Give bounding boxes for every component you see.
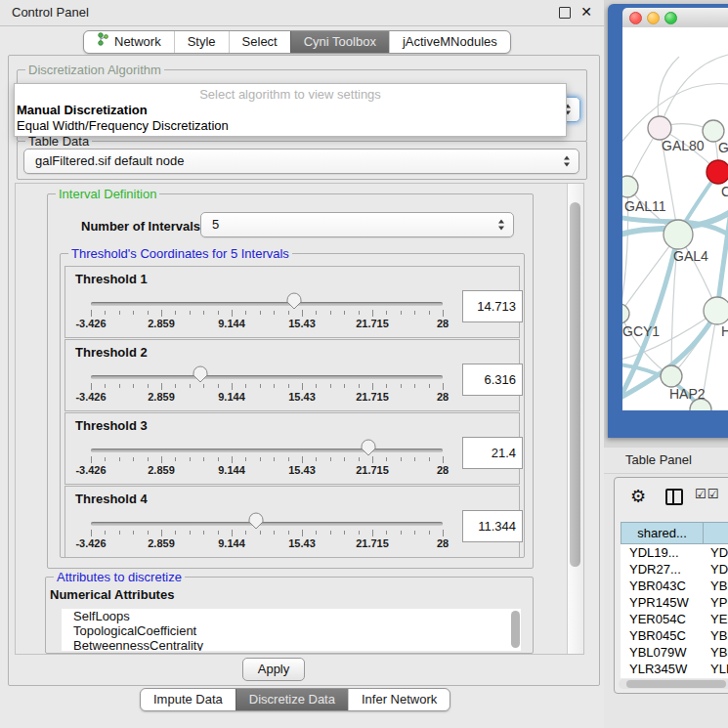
tab-select[interactable]: Select xyxy=(229,31,290,53)
tab-infer-network[interactable]: Infer Network xyxy=(348,689,450,710)
table-hscrollbar-thumb[interactable] xyxy=(626,680,726,688)
tick-label: 2.859 xyxy=(148,537,175,549)
attribute-item-selfloops[interactable]: SelfLoops xyxy=(62,609,521,623)
threshold-value-field[interactable]: 11.344 xyxy=(462,510,523,542)
algorithm-option-manual-discretization[interactable]: Manual Discretization xyxy=(15,103,566,118)
gear-icon[interactable]: ⚙ xyxy=(630,486,646,507)
close-traffic-light[interactable] xyxy=(629,12,642,24)
tick-mark xyxy=(330,384,331,388)
float-window-icon[interactable] xyxy=(559,7,571,19)
minimize-traffic-light[interactable] xyxy=(647,12,660,24)
close-icon[interactable]: ✕ xyxy=(580,4,592,20)
tick-mark xyxy=(274,384,275,388)
network-node-node-h[interactable] xyxy=(704,297,728,324)
column-header-shared[interactable]: shared... xyxy=(621,522,703,544)
node-label-node-h: H xyxy=(721,323,728,339)
zoom-traffic-light[interactable] xyxy=(664,12,677,24)
tick-mark xyxy=(359,531,360,535)
tick-mark xyxy=(190,311,191,315)
tab-label: Discretize Data xyxy=(249,689,335,710)
tab-cyni-toolbox[interactable]: Cyni Toolbox xyxy=(290,31,389,53)
scrollbar-thumb[interactable] xyxy=(570,202,580,567)
network-canvas[interactable]: GAL80GACGAL11GAL4GCY1HHAP2 xyxy=(622,27,728,410)
tick-mark xyxy=(401,384,402,388)
node-label-gal80: GAL80 xyxy=(662,138,705,153)
network-node-node-ga[interactable] xyxy=(703,120,724,142)
tick-mark xyxy=(302,530,303,536)
tick-mark xyxy=(414,531,415,535)
tick-mark xyxy=(148,311,149,315)
algorithm-option-equal-width-frequency-discretization[interactable]: Equal Width/Frequency Discretization xyxy=(15,118,566,134)
numerical-attributes-list[interactable]: SelfLoopsTopologicalCoefficientBetweenne… xyxy=(62,609,521,651)
tick-mark xyxy=(386,531,387,535)
network-node-gal11[interactable] xyxy=(622,176,638,197)
table-hscrollbar[interactable] xyxy=(619,679,728,689)
settings-scrollbar[interactable] xyxy=(567,184,583,654)
tab-jactivemnodules[interactable]: jActiveMNodules xyxy=(389,31,510,53)
split-columns-icon[interactable] xyxy=(665,489,683,505)
slider-handle[interactable] xyxy=(286,292,302,310)
tab-discretize-data[interactable]: Discretize Data xyxy=(236,689,348,710)
tick-label: 9.144 xyxy=(218,537,245,549)
threshold-value-field[interactable]: 6.316 xyxy=(462,364,523,396)
table-row[interactable]: YDL19...YDL1 xyxy=(621,544,728,561)
column-header-n[interactable]: n... xyxy=(703,522,728,544)
stepper-icon xyxy=(564,155,571,168)
table-data-combobox[interactable]: galFiltered.sif default node xyxy=(23,149,579,174)
network-node-node-red[interactable] xyxy=(707,160,728,184)
control-panel-titlebar: Control Panel ✕ xyxy=(0,0,604,26)
tab-impute-data[interactable]: Impute Data xyxy=(141,689,236,710)
table-row[interactable]: YBL079WYBL0 xyxy=(621,644,728,661)
tick-mark xyxy=(190,384,191,388)
discretization-algorithm-title: Discretization Algorithm xyxy=(25,63,164,77)
table-row[interactable]: YBR043CYBR0 xyxy=(621,578,728,594)
table-cell: YBL079W xyxy=(621,644,702,661)
table-row[interactable]: YPR145WYPR1 xyxy=(621,594,728,611)
tick-mark xyxy=(260,531,261,535)
network-node-gal4[interactable] xyxy=(664,220,693,249)
tick-mark xyxy=(245,457,246,461)
slider-handle[interactable] xyxy=(193,365,208,383)
panel-title: Control Panel xyxy=(12,5,89,20)
tick-label: 28 xyxy=(437,537,449,549)
table-panel-window: ⚙ ☑☑ shared...n...YDL19...YDL1YDR27...YD… xyxy=(614,477,728,694)
table-row[interactable]: YDR27...YDR2 xyxy=(621,561,728,578)
attribute-item-betweennesscentrality[interactable]: BetweennessCentrality xyxy=(62,638,521,651)
table-row[interactable]: YLR345WYLR3 xyxy=(621,661,728,677)
slider-handle[interactable] xyxy=(248,512,264,530)
tab-style[interactable]: Style xyxy=(174,31,229,53)
tick-mark xyxy=(344,384,345,388)
interval-definition-title: Interval Definition xyxy=(56,187,159,201)
table-row[interactable]: YBR045CYBR0 xyxy=(621,627,728,644)
apply-button[interactable]: Apply xyxy=(242,658,305,681)
tick-mark xyxy=(372,530,373,536)
tick-mark xyxy=(443,530,444,536)
tick-mark xyxy=(148,531,149,535)
network-edge[interactable] xyxy=(660,55,728,128)
tab-network[interactable]: Network xyxy=(84,31,174,53)
tick-label: 9.144 xyxy=(218,391,245,403)
table-header-row: shared...n... xyxy=(621,522,728,544)
attribute-item-topologicalcoefficient[interactable]: TopologicalCoefficient xyxy=(62,623,521,638)
threshold-value-field[interactable]: 21.4 xyxy=(462,437,523,469)
select-columns-icons[interactable]: ☑☑ xyxy=(695,487,719,501)
network-node-hap2[interactable] xyxy=(661,365,682,387)
list-scrollbar-thumb[interactable] xyxy=(511,611,520,648)
number-of-intervals-combobox[interactable]: 5 xyxy=(200,212,514,237)
slider-handle[interactable] xyxy=(361,439,376,456)
tab-label: Select xyxy=(242,31,278,53)
tick-mark xyxy=(119,457,120,461)
threshold-value-field[interactable]: 14.713 xyxy=(462,290,523,322)
table-row[interactable]: YER054CYER0 xyxy=(621,611,728,627)
tick-mark xyxy=(443,310,444,317)
network-node-gcy1[interactable] xyxy=(622,304,629,323)
tick-mark xyxy=(148,384,149,388)
table-data-value: galFiltered.sif default node xyxy=(35,153,184,168)
network-edge[interactable] xyxy=(717,190,728,311)
network-node-gal80[interactable] xyxy=(648,116,671,140)
table-row[interactable]: YIL052CYIL0 xyxy=(621,677,728,678)
tick-mark xyxy=(91,383,92,390)
node-table[interactable]: shared...n...YDL19...YDL1YDR27...YDR2YBR… xyxy=(621,522,728,678)
tick-mark xyxy=(302,310,303,317)
tick-label: 21.715 xyxy=(356,537,389,549)
